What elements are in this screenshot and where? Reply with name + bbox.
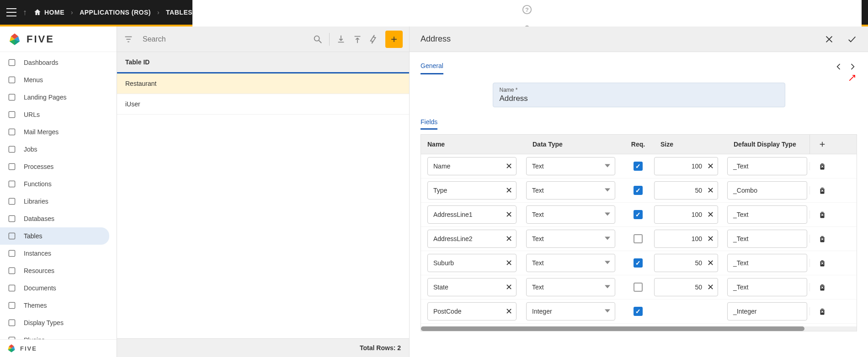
clear-icon[interactable]: ✕ <box>707 282 714 292</box>
field-display-input[interactable]: _Integer <box>727 302 807 320</box>
logo[interactable]: FIVE <box>0 26 117 52</box>
search-input[interactable] <box>140 32 306 46</box>
delete-field-button[interactable] <box>809 283 834 291</box>
sidebar-item-libraries[interactable]: Libraries <box>0 193 109 210</box>
field-name-input[interactable]: AddressLine1✕ <box>427 205 517 224</box>
add-field-button[interactable] <box>809 135 834 154</box>
table-horizontal-scrollbar[interactable] <box>421 326 857 331</box>
field-size-input[interactable]: 100✕ <box>654 205 718 224</box>
sidebar-item-themes[interactable]: Themes <box>0 297 109 314</box>
delete-field-button[interactable] <box>809 235 834 243</box>
sidebar-item-urls[interactable]: URLs <box>0 106 109 123</box>
clear-icon[interactable]: ✕ <box>707 161 714 171</box>
wizard-icon[interactable] <box>369 34 379 44</box>
sidebar-item-tables[interactable]: Tables <box>0 227 109 245</box>
field-display-input[interactable]: _Text <box>727 230 807 248</box>
clear-icon[interactable]: ✕ <box>506 185 512 195</box>
field-name-input[interactable]: State✕ <box>427 278 517 296</box>
field-required-checkbox[interactable] <box>634 307 643 316</box>
nav-up-icon[interactable]: ↑ <box>23 8 27 17</box>
col-header-datatype[interactable]: Data Type <box>526 135 622 153</box>
sidebar-item-resources[interactable]: Resources <box>0 262 109 279</box>
field-display-input[interactable]: _Combo <box>727 181 807 200</box>
field-name-input[interactable]: Type✕ <box>427 181 517 200</box>
field-display-input[interactable]: _Text <box>727 205 807 224</box>
hamburger-menu-icon[interactable] <box>6 8 16 16</box>
sidebar-item-instances[interactable]: Instances <box>0 245 109 262</box>
field-size-input[interactable]: 100✕ <box>654 230 718 248</box>
prev-tab-icon[interactable] <box>834 62 843 71</box>
field-name-input[interactable]: Name✕ <box>427 157 517 175</box>
table-row[interactable]: iUser <box>117 94 409 115</box>
download-icon[interactable] <box>336 34 346 44</box>
field-size-input[interactable]: 50✕ <box>654 181 718 200</box>
name-field[interactable]: Name * Address <box>493 83 785 107</box>
field-datatype-select[interactable]: Text <box>526 254 615 272</box>
col-header-size[interactable]: Size <box>654 135 727 153</box>
sidebar-item-dashboards[interactable]: Dashboards <box>0 54 109 71</box>
field-datatype-select[interactable]: Text <box>526 157 615 175</box>
clear-icon[interactable]: ✕ <box>506 161 512 171</box>
sidebar-item-jobs[interactable]: Jobs <box>0 141 109 158</box>
field-datatype-select[interactable]: Text <box>526 278 615 296</box>
col-header-display[interactable]: Default Display Type <box>727 135 809 153</box>
tab-general[interactable]: General <box>421 58 443 74</box>
clear-icon[interactable]: ✕ <box>506 258 512 268</box>
sidebar-item-processes[interactable]: Processes <box>0 158 109 175</box>
confirm-icon[interactable] <box>847 34 857 44</box>
delete-field-button[interactable] <box>809 162 834 170</box>
help-icon[interactable]: ? <box>522 5 532 15</box>
field-size-input[interactable]: 50✕ <box>654 254 718 272</box>
field-name-input[interactable]: AddressLine2✕ <box>427 230 517 248</box>
clear-icon[interactable]: ✕ <box>707 185 714 195</box>
table-row[interactable]: Restaurant <box>117 74 409 94</box>
sidebar-item-documents[interactable]: Documents <box>0 279 109 297</box>
clear-icon[interactable]: ✕ <box>707 234 714 244</box>
sidebar-item-mail-merges[interactable]: Mail Merges <box>0 123 109 141</box>
clear-icon[interactable]: ✕ <box>506 234 512 244</box>
clear-icon[interactable]: ✕ <box>506 306 512 316</box>
breadcrumb-applications[interactable]: APPLICATIONS (ROS) <box>80 9 151 16</box>
field-required-checkbox[interactable] <box>634 186 643 195</box>
delete-field-button[interactable] <box>809 259 834 267</box>
sidebar-item-landing-pages[interactable]: Landing Pages <box>0 89 109 106</box>
next-tab-icon[interactable] <box>848 62 857 71</box>
field-required-checkbox[interactable] <box>634 258 643 268</box>
field-display-input[interactable]: _Text <box>727 254 807 272</box>
clear-icon[interactable]: ✕ <box>707 258 714 268</box>
field-display-input[interactable]: _Text <box>727 278 807 296</box>
breadcrumb-tables[interactable]: TABLES <box>166 9 192 16</box>
col-header-req[interactable]: Req. <box>622 135 654 153</box>
field-required-checkbox[interactable] <box>634 283 643 292</box>
col-header-name[interactable]: Name <box>421 135 526 153</box>
sidebar-item-functions[interactable]: Functions <box>0 175 109 193</box>
field-display-input[interactable]: _Text <box>727 157 807 175</box>
sidebar-item-menus[interactable]: Menus <box>0 71 109 89</box>
clear-icon[interactable]: ✕ <box>506 282 512 292</box>
sidebar-item-databases[interactable]: Databases <box>0 210 109 227</box>
field-datatype-select[interactable]: Text <box>526 230 615 248</box>
filter-icon[interactable] <box>123 34 133 44</box>
field-size-input[interactable]: 100✕ <box>654 157 718 175</box>
field-name-input[interactable]: PostCode✕ <box>427 302 517 320</box>
list-column-header[interactable]: Table ID <box>117 52 409 74</box>
delete-field-button[interactable] <box>809 307 834 315</box>
clear-icon[interactable]: ✕ <box>707 210 714 220</box>
field-required-checkbox[interactable] <box>634 162 643 171</box>
field-datatype-select[interactable]: Integer <box>526 302 615 320</box>
breadcrumb-home[interactable]: HOME <box>33 8 64 16</box>
add-button[interactable] <box>385 31 403 48</box>
field-size-input[interactable]: 50✕ <box>654 278 718 296</box>
field-datatype-select[interactable]: Text <box>526 181 615 200</box>
field-required-checkbox[interactable] <box>634 210 643 219</box>
field-datatype-select[interactable]: Text <box>526 205 615 224</box>
delete-field-button[interactable] <box>809 186 834 194</box>
close-icon[interactable] <box>824 34 834 44</box>
sidebar-item-display-types[interactable]: Display Types <box>0 314 109 331</box>
upload-icon[interactable] <box>352 34 362 44</box>
field-name-input[interactable]: Suburb✕ <box>427 254 517 272</box>
clear-icon[interactable]: ✕ <box>506 210 512 220</box>
delete-field-button[interactable] <box>809 210 834 219</box>
search-icon[interactable] <box>313 34 323 44</box>
sidebar-item-plugins[interactable]: Plugins <box>0 331 109 339</box>
